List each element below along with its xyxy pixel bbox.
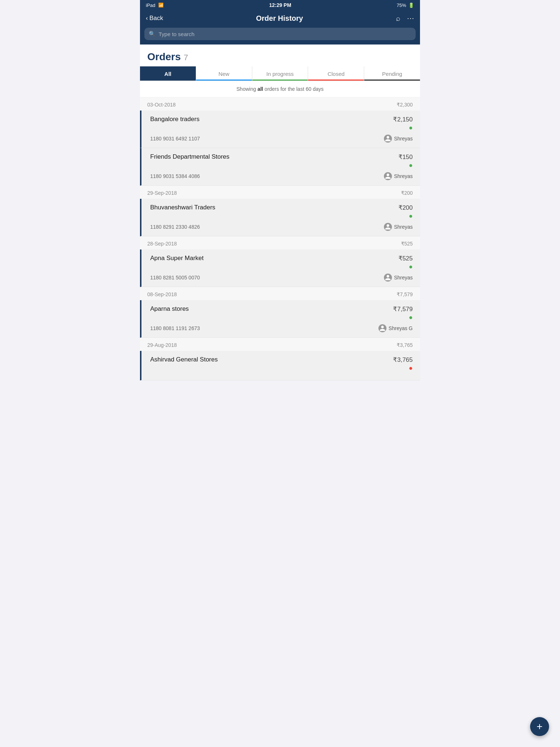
order-amount-wrap: ₹150 ● (398, 153, 413, 169)
wifi-icon: 📶 (158, 3, 164, 8)
order-amount-wrap: ₹200 ● (398, 204, 413, 220)
date-label-2: 28-Sep-2018 (147, 241, 177, 247)
location-pin-icon: ● (409, 314, 413, 321)
status-time: 12:29 PM (269, 2, 291, 8)
order-id: 1180 8081 1191 2673 (150, 325, 200, 331)
person-name: Shreyas (394, 275, 413, 280)
order-person: Shreyas (384, 274, 413, 282)
order-amount-wrap: ₹7,579 ● (393, 305, 413, 321)
tab-all[interactable]: All (140, 66, 196, 81)
order-person: Shreyas (384, 223, 413, 231)
orders-header: Orders 7 (140, 44, 420, 66)
nav-bar: ‹ Back Order History ⌕ ⋯ (140, 10, 420, 28)
order-item-footer: 1180 8281 5005 0070 Shreyas (150, 274, 413, 282)
page-title: Order History (256, 14, 303, 23)
avatar (384, 274, 392, 282)
order-id: 1180 9031 6492 1107 (150, 136, 200, 142)
tab-new-label: New (218, 71, 229, 77)
search-input[interactable] (159, 31, 411, 37)
tab-inprogress-label: In progress (266, 71, 293, 77)
order-name: Bhuvaneshwari Traders (150, 204, 215, 211)
tab-new[interactable]: New (196, 66, 252, 81)
nav-actions: ⌕ ⋯ (396, 14, 414, 23)
order-amount-wrap: ₹3,765 ● (393, 356, 413, 372)
order-name: Friends Departmental Stores (150, 153, 229, 160)
order-name: Ashirvad General Stores (150, 356, 218, 363)
tab-pending-indicator (364, 80, 420, 81)
tab-inprogress[interactable]: In progress (252, 66, 308, 81)
location-pin-icon: ● (409, 162, 413, 169)
order-amount: ₹2,150 (393, 116, 413, 123)
tab-closed-indicator (308, 80, 364, 81)
order-id: 1180 8291 2330 4826 (150, 224, 200, 230)
avatar (384, 135, 392, 143)
location-pin-icon: ● (409, 263, 413, 271)
order-item-0-1[interactable]: Friends Departmental Stores ₹150 ● 1180 … (140, 148, 420, 186)
showing-info: Showing all orders for the last 60 days (140, 81, 420, 97)
tab-new-indicator (196, 80, 252, 81)
order-item-4-0[interactable]: Ashirvad General Stores ₹3,765 ● (140, 351, 420, 380)
person-name: Shreyas (394, 136, 413, 142)
order-name: Aparna stores (150, 305, 189, 313)
order-name: Apna Super Market (150, 255, 203, 262)
tab-pending[interactable]: Pending (364, 66, 420, 81)
main-content: Orders 7 All New In progress Closed Pend… (140, 44, 420, 380)
order-amount: ₹150 (398, 153, 413, 161)
location-pin-icon: ● (409, 212, 413, 220)
order-item-3-0[interactable]: Aparna stores ₹7,579 ● 1180 8081 1191 26… (140, 300, 420, 338)
order-amount: ₹525 (398, 255, 413, 262)
search-bar: 🔍 (140, 28, 420, 44)
search-input-wrap: 🔍 (144, 28, 416, 40)
person-name: Shreyas (394, 173, 413, 179)
order-item-footer: 1180 9031 6492 1107 Shreyas (150, 135, 413, 143)
tab-closed-label: Closed (327, 71, 345, 77)
avatar (378, 324, 386, 332)
date-total-2: ₹525 (401, 241, 413, 247)
back-button[interactable]: ‹ Back (146, 15, 163, 22)
tab-all-label: All (164, 71, 171, 77)
battery-icon: 🔋 (408, 3, 414, 8)
order-person: Shreyas (384, 135, 413, 143)
date-header-2: 28-Sep-2018 ₹525 (140, 236, 420, 249)
order-item-header: Friends Departmental Stores ₹150 ● (150, 153, 413, 169)
order-amount: ₹3,765 (393, 356, 413, 364)
order-list: 03-Oct-2018 ₹2,300 Bangalore traders ₹2,… (140, 97, 420, 380)
search-icon[interactable]: ⌕ (396, 14, 400, 23)
tab-pending-label: Pending (382, 71, 402, 77)
order-item-header: Bhuvaneshwari Traders ₹200 ● (150, 204, 413, 220)
status-right: 75% 🔋 (397, 3, 414, 8)
order-item-1-0[interactable]: Bhuvaneshwari Traders ₹200 ● 1180 8291 2… (140, 199, 420, 236)
order-amount: ₹7,579 (393, 305, 413, 313)
status-bar: iPad 📶 12:29 PM 75% 🔋 (140, 0, 420, 10)
order-item-header: Aparna stores ₹7,579 ● (150, 305, 413, 321)
location-pin-icon: ● (409, 364, 413, 372)
order-item-header: Bangalore traders ₹2,150 ● (150, 116, 413, 132)
avatar (384, 172, 392, 180)
back-chevron-icon: ‹ (146, 15, 148, 22)
order-item-footer: 1180 8081 1191 2673 Shreyas G (150, 324, 413, 332)
order-item-header: Ashirvad General Stores ₹3,765 ● (150, 356, 413, 372)
avatar (384, 223, 392, 231)
order-person: Shreyas (384, 172, 413, 180)
orders-count: 7 (184, 53, 188, 62)
order-item-2-0[interactable]: Apna Super Market ₹525 ● 1180 8281 5005 … (140, 249, 420, 287)
location-pin-icon: ● (409, 124, 413, 132)
back-label: Back (149, 15, 163, 22)
date-label-1: 29-Sep-2018 (147, 190, 177, 196)
order-id: 1180 8281 5005 0070 (150, 275, 200, 280)
date-total-3: ₹7,579 (397, 291, 413, 297)
search-magnifier-icon: 🔍 (149, 31, 156, 37)
showing-bold: all (257, 86, 263, 92)
more-options-icon[interactable]: ⋯ (407, 14, 414, 23)
date-header-3: 08-Sep-2018 ₹7,579 (140, 287, 420, 300)
order-person: Shreyas G (378, 324, 413, 332)
orders-title: Orders (147, 51, 181, 63)
person-name: Shreyas G (389, 325, 413, 331)
tab-closed[interactable]: Closed (308, 66, 364, 81)
battery-label: 75% (397, 3, 406, 8)
date-header-1: 29-Sep-2018 ₹200 (140, 186, 420, 199)
date-label-0: 03-Oct-2018 (147, 102, 176, 108)
order-item-0-0[interactable]: Bangalore traders ₹2,150 ● 1180 9031 649… (140, 111, 420, 148)
tabs-container: All New In progress Closed Pending (140, 66, 420, 81)
order-amount-wrap: ₹2,150 ● (393, 116, 413, 132)
